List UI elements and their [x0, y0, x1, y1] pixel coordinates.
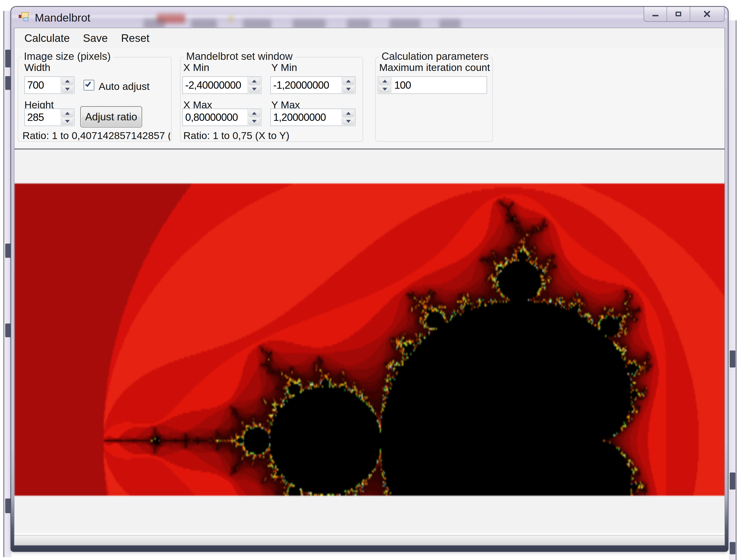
max-iter-label: Maximum iteration count [379, 62, 490, 73]
menubar: Calculate Save Reset [14, 28, 725, 48]
spinner-down-button[interactable] [61, 86, 73, 93]
spinner-up-icon [252, 80, 257, 82]
app-window: Mandelbrot Calculate Save Reset [10, 6, 729, 552]
edge-blob [5, 76, 11, 90]
height-spinner [24, 108, 74, 126]
footer-strip [14, 535, 725, 545]
groupbox-set-window: Mandelbrot set window X Min Y Min [180, 57, 363, 142]
spinner-up-button[interactable] [379, 78, 391, 85]
spinner-up-icon [65, 80, 70, 82]
spinner-buttons [378, 77, 392, 93]
spinner-down-button[interactable] [343, 118, 354, 125]
spinner-buttons [60, 109, 74, 125]
y-min-spinner [270, 76, 356, 94]
y-min-input[interactable] [271, 77, 341, 93]
controls-panel: Image size (pixels) Width Auto adjust He… [14, 48, 725, 148]
spinner-down-button[interactable] [248, 118, 260, 125]
background-window-right-edge [729, 20, 737, 560]
app-icon [19, 12, 30, 23]
titlebar-reflection [347, 19, 371, 28]
width-label: Width [24, 62, 50, 73]
caption-buttons [644, 7, 725, 22]
client-area: Calculate Save Reset Image size (pixels)… [14, 28, 725, 546]
menu-item-reset[interactable]: Reset [114, 28, 156, 48]
spinner-down-icon [252, 88, 257, 91]
image-ratio-text: Ratio: 1 to 0,407142857142857 (Wid [22, 130, 170, 141]
spinner-up-button[interactable] [343, 78, 354, 85]
spinner-buttons [341, 109, 355, 125]
spinner-up-icon [382, 80, 387, 82]
auto-adjust-checkbox[interactable] [83, 80, 94, 91]
spinner-up-button[interactable] [248, 78, 260, 85]
minimize-button[interactable] [644, 7, 667, 21]
maximize-icon [676, 12, 681, 16]
x-max-input[interactable] [183, 109, 247, 125]
footer-gap [14, 533, 725, 535]
spinner-down-icon [252, 120, 257, 123]
spinner-up-button[interactable] [248, 110, 260, 117]
maximize-button[interactable] [667, 7, 690, 21]
titlebar-reflection [229, 15, 233, 22]
titlebar-sheen [11, 15, 728, 18]
spinner-up-icon [346, 112, 351, 115]
groupbox-title: Mandelbrot set window [184, 50, 295, 62]
height-input[interactable] [25, 109, 60, 125]
max-iter-input[interactable] [392, 77, 486, 93]
spinner-down-button[interactable] [379, 86, 391, 93]
x-min-spinner [182, 76, 261, 94]
spinner-up-button[interactable] [61, 78, 73, 85]
titlebar-reflection [243, 19, 271, 28]
close-icon [703, 10, 711, 18]
edge-blob [5, 243, 11, 258]
titlebar-reflection [293, 19, 326, 28]
spinner-down-icon [346, 88, 351, 91]
max-iter-spinner [378, 76, 487, 94]
spinner-down-button[interactable] [343, 86, 354, 93]
titlebar-reflection [439, 19, 460, 28]
spinner-up-button[interactable] [61, 110, 73, 117]
titlebar-reflection [143, 19, 165, 28]
edge-blob [730, 542, 735, 554]
set-ratio-text: Ratio: 1 to 0,75 (X to Y) [183, 130, 358, 141]
edge-blob [5, 324, 11, 337]
y-min-label: Y Min [271, 62, 297, 73]
auto-adjust-label: Auto adjust [99, 81, 149, 92]
spinner-buttons [247, 109, 261, 125]
menu-item-calculate[interactable]: Calculate [18, 28, 76, 48]
background-window-left-edge [3, 11, 11, 557]
y-max-spinner [270, 108, 356, 126]
titlebar[interactable]: Mandelbrot [11, 7, 728, 28]
spinner-up-icon [252, 112, 257, 115]
edge-blob [730, 473, 735, 490]
adjust-ratio-button[interactable]: Adjust ratio [80, 106, 142, 127]
spinner-down-button[interactable] [61, 118, 73, 125]
close-button[interactable] [690, 7, 724, 21]
x-min-input[interactable] [183, 77, 247, 93]
spinner-down-button[interactable] [248, 86, 260, 93]
app-icon-blue-square [23, 17, 28, 21]
x-max-spinner [182, 108, 261, 126]
checkmark-icon [85, 81, 91, 87]
edge-blob [730, 351, 735, 368]
spinner-buttons [247, 77, 261, 93]
spinner-up-icon [346, 80, 351, 82]
window-title: Mandelbrot [35, 11, 90, 24]
groupbox-image-size: Image size (pixels) Width Auto adjust He… [18, 57, 171, 142]
spinner-down-icon [65, 88, 70, 91]
lower-panel [14, 150, 725, 533]
y-max-input[interactable] [271, 109, 341, 125]
menu-item-save[interactable]: Save [76, 28, 114, 48]
spinner-down-icon [382, 88, 387, 91]
mandelbrot-canvas [14, 183, 725, 496]
spinner-buttons [341, 77, 355, 93]
spinner-down-icon [65, 120, 70, 123]
spinner-up-icon [65, 112, 70, 115]
spinner-up-button[interactable] [343, 110, 354, 117]
titlebar-reflection [191, 19, 217, 28]
edge-blob [5, 499, 11, 513]
groupbox-title: Calculation parameters [379, 50, 491, 62]
minimize-icon [652, 15, 659, 16]
width-input[interactable] [25, 77, 60, 93]
x-min-label: X Min [183, 62, 209, 73]
edge-blob [5, 50, 11, 67]
